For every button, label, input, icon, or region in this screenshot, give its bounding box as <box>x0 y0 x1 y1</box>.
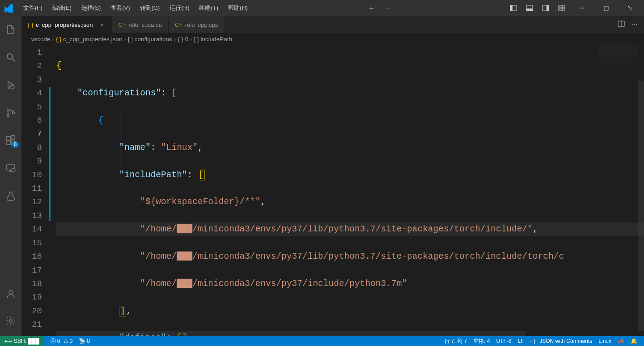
extension-badge: 8 <box>12 141 19 148</box>
svg-rect-10 <box>604 6 608 10</box>
line-num-21: 21 <box>21 318 42 331</box>
status-indent[interactable]: 空格: 4 <box>470 337 493 345</box>
menu-edit[interactable]: 编辑(E) <box>48 2 76 14</box>
window-close[interactable] <box>620 0 640 16</box>
nav-arrows: ← → <box>368 4 391 12</box>
status-errors[interactable]: ⓧ0 ⚠0 <box>47 337 76 345</box>
svg-rect-6 <box>559 5 561 8</box>
menu-terminal[interactable]: 终端(T) <box>195 2 223 14</box>
layout-secondary-sidebar[interactable] <box>539 0 552 16</box>
line-num-16: 16 <box>21 250 42 263</box>
activity-testing[interactable] <box>0 186 21 206</box>
layout-panel[interactable] <box>523 0 536 16</box>
status-line-col[interactable]: 行 7, 列 7 <box>441 337 470 345</box>
cpp-icon: C+ <box>119 21 126 28</box>
line-num-13: 13 <box>21 209 42 222</box>
status-extra[interactable]: Linux <box>595 337 614 345</box>
status-ports[interactable]: 📡0 <box>76 338 93 344</box>
menu-view[interactable]: 查看(V) <box>106 2 134 14</box>
status-eol[interactable]: LF <box>515 337 527 345</box>
svg-rect-9 <box>562 9 565 11</box>
tab-close[interactable]: × <box>98 21 106 28</box>
menu-run[interactable]: 运行(R) <box>165 2 194 14</box>
line-num-2: 2 <box>21 59 42 73</box>
svg-rect-19 <box>11 136 15 139</box>
more-actions-icon[interactable]: ··· <box>630 19 640 30</box>
activity-source-control[interactable] <box>0 103 21 123</box>
svg-rect-16 <box>7 137 10 140</box>
svg-point-14 <box>7 115 9 117</box>
line-num-10: 10 <box>21 168 42 182</box>
window-minimize[interactable] <box>572 0 592 16</box>
crumb-configurations[interactable]: [ ]configurations <box>128 36 172 43</box>
vertical-scrollbar[interactable] <box>638 81 644 331</box>
activity-run-debug[interactable] <box>0 75 21 95</box>
breadcrumbs[interactable]: .vscode › { }c_cpp_properties.json › [ ]… <box>21 33 644 45</box>
code-content[interactable]: { "configurations": [ { "name": "Linux",… <box>52 45 644 336</box>
activity-extensions[interactable]: 8 <box>0 131 21 150</box>
menu-help[interactable]: 帮助(H) <box>224 2 252 14</box>
tab-relu-cuda[interactable]: C+ relu_cuda.cu <box>112 16 169 33</box>
tab-relu-cpp[interactable]: C+ relu_cpp.cpp <box>169 16 225 33</box>
svg-rect-8 <box>559 9 561 11</box>
status-encoding[interactable]: UTF-8 <box>493 337 515 345</box>
crumb-includepath[interactable]: [ ]includePath <box>194 36 232 43</box>
status-notifications-icon[interactable]: 🔔 <box>627 337 640 345</box>
line-num-11: 11 <box>21 182 42 195</box>
diff-marker <box>49 87 51 221</box>
svg-rect-17 <box>7 141 10 145</box>
line-num-6: 6 <box>21 114 42 127</box>
line-num-14: 14 <box>21 222 42 236</box>
vscode-icon <box>4 3 14 13</box>
activity-search[interactable] <box>0 47 21 67</box>
crumb-index[interactable]: { }0 <box>178 36 188 43</box>
status-language[interactable]: { } JSON with Comments <box>527 337 596 345</box>
status-feedback-icon[interactable]: 📣 <box>614 337 627 345</box>
horizontal-scrollbar[interactable] <box>56 331 526 336</box>
cpp-icon: C+ <box>175 21 182 28</box>
line-num-1: 1 <box>21 46 42 59</box>
activity-bar: 8 <box>0 16 21 336</box>
window-maximize[interactable] <box>596 0 616 16</box>
bracket-guide <box>122 114 122 168</box>
menu-go[interactable]: 转到(G) <box>136 2 165 14</box>
activity-accounts[interactable] <box>0 284 21 304</box>
line-num-20: 20 <box>21 304 42 318</box>
split-editor-icon[interactable] <box>616 18 627 31</box>
nav-forward[interactable]: → <box>384 4 391 12</box>
minimap[interactable] <box>598 45 638 72</box>
nav-back[interactable]: ← <box>368 4 375 12</box>
tabs: { } c_cpp_properties.json × C+ relu_cuda… <box>21 16 644 33</box>
editor-body[interactable]: 1 2 3 4 5 6 7 8 9 10 11 12 13 14 15 16 1… <box>21 45 644 336</box>
crumb-vscode[interactable]: .vscode <box>30 36 51 43</box>
svg-point-13 <box>7 109 9 111</box>
line-num-5: 5 <box>21 100 42 114</box>
activity-remote-explorer[interactable] <box>0 158 21 178</box>
svg-rect-1 <box>510 5 513 11</box>
menu-bar: 文件(F) 编辑(E) 选择(S) 查看(V) 转到(G) 运行(R) 终端(T… <box>19 2 252 14</box>
tab-c-cpp-properties[interactable]: { } c_cpp_properties.json × <box>21 16 112 33</box>
svg-point-15 <box>13 112 15 114</box>
line-num-19: 19 <box>21 290 42 304</box>
activity-settings[interactable] <box>0 311 21 331</box>
status-remote[interactable]: ⟷SSH: ███ <box>0 336 44 346</box>
svg-point-11 <box>7 54 13 59</box>
line-num-9: 9 <box>21 154 42 168</box>
layout-primary-sidebar[interactable] <box>507 0 520 16</box>
crumb-file[interactable]: { }c_cpp_properties.json <box>56 36 122 43</box>
line-num-3: 3 <box>21 73 42 86</box>
menu-selection[interactable]: 选择(S) <box>77 2 105 14</box>
svg-point-21 <box>12 168 15 172</box>
layout-customize[interactable] <box>555 0 568 16</box>
json-icon: { } <box>28 21 33 28</box>
line-num-18: 18 <box>21 277 42 290</box>
activity-explorer[interactable] <box>0 20 21 39</box>
status-bar: ⟷SSH: ███ ⓧ0 ⚠0 📡0 行 7, 列 7 空格: 4 UTF-8 … <box>0 336 644 346</box>
window-controls <box>507 0 640 16</box>
tab-label: c_cpp_properties.json <box>36 21 93 28</box>
line-num-15: 15 <box>21 236 42 250</box>
editor-area: { } c_cpp_properties.json × C+ relu_cuda… <box>21 16 644 336</box>
line-num-12: 12 <box>21 195 42 209</box>
menu-file[interactable]: 文件(F) <box>19 2 47 14</box>
tab-actions: ··· <box>616 16 644 33</box>
